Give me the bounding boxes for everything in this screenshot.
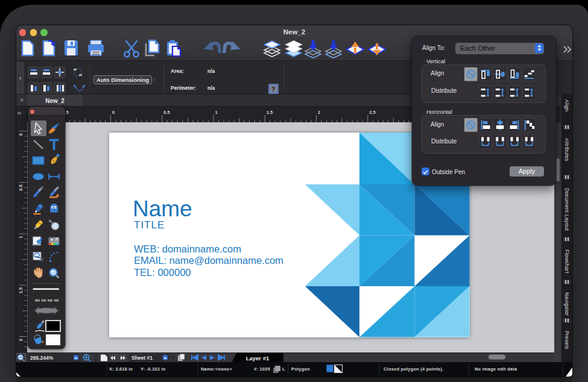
svg-text:265.244%: 265.244% (30, 355, 54, 361)
svg-text:2: 2 (18, 339, 24, 341)
svg-text:1.5: 1.5 (18, 287, 24, 293)
svg-text:0: 0 (112, 110, 115, 115)
svg-text:1: 1 (18, 236, 24, 239)
svg-text:2: 2 (318, 110, 320, 115)
svg-text:?: ? (271, 86, 276, 93)
svg-text:Layer #1: Layer #1 (246, 355, 270, 362)
svg-text:Sheet #1: Sheet #1 (131, 355, 153, 361)
svg-text:0.5: 0.5 (18, 184, 24, 190)
svg-text:0.5: 0.5 (163, 110, 169, 115)
svg-text:2.5: 2.5 (369, 110, 375, 115)
svg-text:0: 0 (18, 133, 24, 136)
svg-text:1: 1 (215, 110, 218, 115)
svg-text:1.5: 1.5 (267, 110, 273, 115)
